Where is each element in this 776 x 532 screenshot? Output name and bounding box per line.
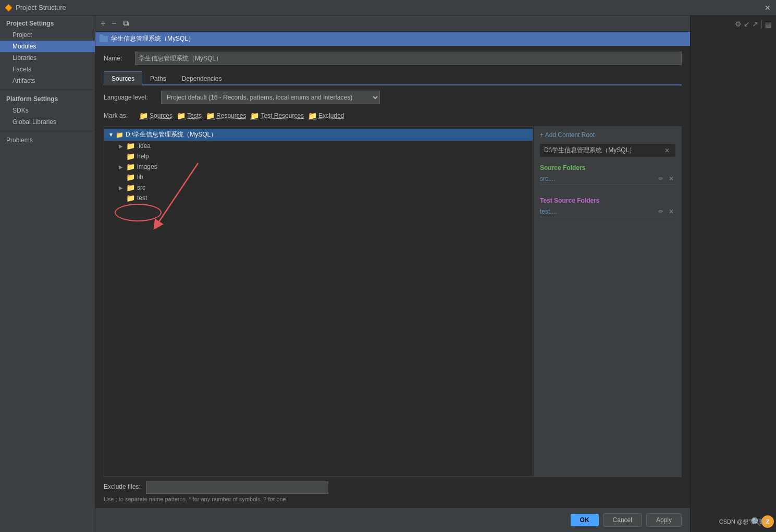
tree-item-src[interactable]: ▶ 📁 src xyxy=(104,182,533,193)
platform-settings-section: Platform Settings xyxy=(0,93,95,105)
tree-item-images[interactable]: ▶ 📁 images xyxy=(104,162,533,172)
mark-tag-tests[interactable]: 📁 Tests xyxy=(177,112,202,120)
source-folders-label: Source Folders xyxy=(540,164,675,171)
folder-icon-idea: 📁 xyxy=(126,142,135,150)
folder-icon-test: 📁 xyxy=(126,194,135,202)
ide-toolbar: ⚙ ↙ ↗ ▤ xyxy=(691,18,776,30)
sidebar-item-artifacts[interactable]: Artifacts xyxy=(0,75,95,86)
exclude-label: Exclude files: xyxy=(104,483,141,490)
lang-level-select[interactable]: Project default (16 - Records, patterns,… xyxy=(161,91,380,104)
cancel-button[interactable]: Cancel xyxy=(603,513,642,527)
folder-icon-images: 📁 xyxy=(126,163,135,171)
tree-root-folder-icon: 📁 xyxy=(116,131,124,139)
toolbar-separator xyxy=(761,20,762,28)
test-folder-actions: ✏ ✕ xyxy=(657,207,675,216)
content-area: + − ⧉ 学生信息管理系统（MySQL） Name: Sources Path… xyxy=(95,16,690,532)
ok-button[interactable]: OK xyxy=(571,514,599,526)
add-content-root-link[interactable]: + Add Content Root xyxy=(540,131,595,139)
ide-side-panel: ⚙ ↙ ↗ ▤ 🔍 Z xyxy=(690,16,776,532)
sources-folder-icon: 📁 xyxy=(139,112,148,120)
sidebar-item-modules[interactable]: Modules xyxy=(0,41,95,52)
mark-tag-resources[interactable]: 📁 Resources xyxy=(206,112,246,120)
sidebar-item-sdks[interactable]: SDKs xyxy=(0,105,95,116)
window-controls: ✕ xyxy=(763,4,772,12)
edit-src-button[interactable]: ✏ xyxy=(657,175,665,183)
tree-root-item[interactable]: ▼ 📁 D:\学生信息管理系统（MySQL） xyxy=(104,129,533,141)
bottom-bar: OK Cancel Apply xyxy=(95,508,690,532)
app-icon: 🔶 xyxy=(4,4,13,12)
mark-as-label: Mark as: xyxy=(104,112,135,119)
title-bar: 🔶 Project Structure ✕ xyxy=(0,0,776,16)
name-label: Name: xyxy=(104,55,130,62)
tree-item-test[interactable]: ▶ 📁 test xyxy=(104,193,533,203)
sidebar-item-problems[interactable]: Problems xyxy=(0,134,95,146)
tree-root-label: D:\学生信息管理系统（MySQL） xyxy=(126,130,217,139)
test-folder-item-test: test.... ✏ ✕ xyxy=(540,206,675,217)
sidebar-item-libraries[interactable]: Libraries xyxy=(0,52,95,64)
source-folder-item-src: src.... ✏ ✕ xyxy=(540,174,675,184)
remove-module-button[interactable]: − xyxy=(109,18,118,29)
sidebar-item-facets[interactable]: Facets xyxy=(0,64,95,75)
ide-nav-back[interactable]: ↙ xyxy=(744,20,750,28)
source-panel-header: + Add Content Root xyxy=(540,131,675,139)
exclude-row: Exclude files: Use ; to separate name pa… xyxy=(104,477,682,502)
circle-annotation-test xyxy=(115,204,162,221)
folder-icon-lib: 📁 xyxy=(126,173,135,181)
module-list-item[interactable]: 学生信息管理系统（MySQL） xyxy=(95,32,690,46)
mark-tag-sources[interactable]: 📁 Sources xyxy=(139,112,173,120)
source-folders-section: Source Folders src.... ✏ ✕ xyxy=(540,164,675,184)
tab-paths[interactable]: Paths xyxy=(142,71,174,85)
test-folders-label: Test Source Folders xyxy=(540,197,675,204)
remove-src-button[interactable]: ✕ xyxy=(667,175,675,183)
tab-sources[interactable]: Sources xyxy=(104,71,142,85)
module-list-header: + − ⧉ xyxy=(95,16,690,32)
module-list-item-label: 学生信息管理系统（MySQL） xyxy=(111,34,194,43)
apply-button[interactable]: Apply xyxy=(646,513,682,527)
ide-settings-button[interactable]: ⚙ xyxy=(735,20,742,28)
tree-item-lib[interactable]: ▶ 📁 lib xyxy=(104,172,533,182)
tree-item-idea[interactable]: ▶ 📁 .idea xyxy=(104,141,533,151)
exclude-input[interactable] xyxy=(146,481,328,494)
excluded-folder-icon: 📁 xyxy=(308,112,317,120)
tree-toggle-images[interactable]: ▶ xyxy=(119,164,124,170)
remove-test-button[interactable]: ✕ xyxy=(667,207,675,216)
folder-icon-src: 📁 xyxy=(126,183,135,192)
folder-icon-help: 📁 xyxy=(126,152,135,160)
tree-toggle-idea[interactable]: ▶ xyxy=(119,143,124,149)
test-resources-folder-icon: 📁 xyxy=(250,112,259,120)
source-folder-actions-src: ✏ ✕ xyxy=(657,175,675,183)
module-folder-icon xyxy=(100,36,108,42)
main-container: Project Settings Project Modules Librari… xyxy=(0,16,776,532)
sidebar: Project Settings Project Modules Librari… xyxy=(0,16,95,532)
tree-item-help[interactable]: ▶ 📁 help xyxy=(104,151,533,162)
tree-toggle-src[interactable]: ▶ xyxy=(119,185,124,191)
tests-folder-icon: 📁 xyxy=(177,112,186,120)
sidebar-divider2 xyxy=(0,131,95,131)
module-list: 学生信息管理系统（MySQL） xyxy=(95,32,690,46)
tab-dependencies[interactable]: Dependencies xyxy=(174,71,230,85)
test-folders-section: Test Source Folders test.... ✏ ✕ xyxy=(540,192,675,217)
test-folder-name-test: test.... xyxy=(540,208,557,215)
module-details: Name: Sources Paths Dependencies Languag… xyxy=(95,46,690,508)
lang-level-label: Language level: xyxy=(104,94,156,101)
name-input[interactable] xyxy=(135,52,682,65)
platform-settings-label: Project Settings xyxy=(0,16,95,29)
mark-tag-test-resources[interactable]: 📁 Test Resources xyxy=(250,112,304,120)
sidebar-item-global-libraries[interactable]: Global Libraries xyxy=(0,116,95,128)
sidebar-item-project[interactable]: Project xyxy=(0,29,95,41)
close-content-root-button[interactable]: ✕ xyxy=(663,146,671,155)
window-title: Project Structure xyxy=(16,4,763,11)
add-module-button[interactable]: + xyxy=(98,18,107,29)
ide-nav-forward[interactable]: ↗ xyxy=(752,20,758,28)
split-panel: ▼ 📁 D:\学生信息管理系统（MySQL） ▶ 📁 .idea ▶ 📁 xyxy=(104,126,682,477)
copy-module-button[interactable]: ⧉ xyxy=(121,18,131,29)
close-button[interactable]: ✕ xyxy=(763,4,772,12)
resources-folder-icon: 📁 xyxy=(206,112,215,120)
mark-tag-excluded[interactable]: 📁 Excluded xyxy=(308,112,344,120)
ide-layout-button[interactable]: ▤ xyxy=(765,20,772,28)
tab-bar: Sources Paths Dependencies xyxy=(104,71,682,85)
content-root-title: D:\学生信息管理系统（MySQL） ✕ xyxy=(540,144,675,157)
name-row: Name: xyxy=(104,52,682,65)
edit-test-button[interactable]: ✏ xyxy=(657,207,665,216)
tree-root-collapse[interactable]: ▼ xyxy=(108,132,114,138)
